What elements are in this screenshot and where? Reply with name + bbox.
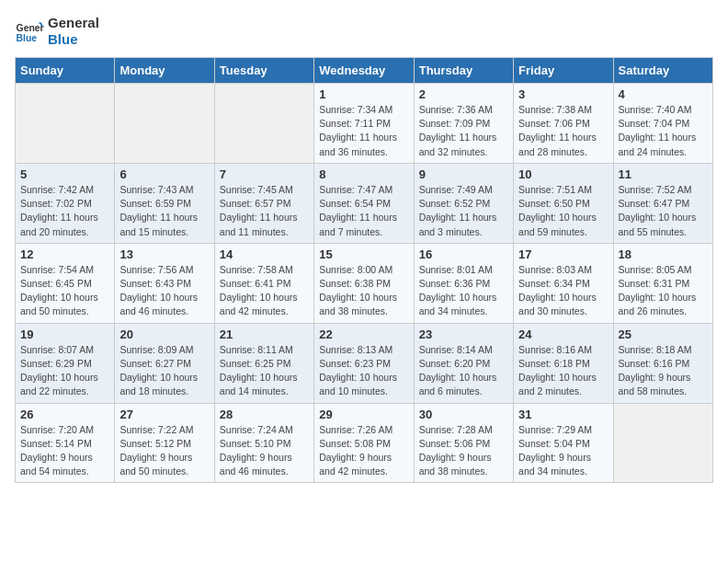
calendar-cell	[16, 84, 115, 164]
day-number: 31	[518, 408, 608, 421]
calendar-cell: 1Sunrise: 7:34 AM Sunset: 7:11 PM Daylig…	[314, 84, 414, 164]
calendar-cell: 29Sunrise: 7:26 AM Sunset: 5:08 PM Dayli…	[314, 403, 414, 483]
calendar-cell: 13Sunrise: 7:56 AM Sunset: 6:43 PM Dayli…	[115, 243, 214, 323]
calendar-cell: 21Sunrise: 8:11 AM Sunset: 6:25 PM Dayli…	[214, 323, 313, 403]
calendar-cell	[115, 84, 214, 164]
calendar-cell: 22Sunrise: 8:13 AM Sunset: 6:23 PM Dayli…	[314, 323, 414, 403]
calendar-cell: 23Sunrise: 8:14 AM Sunset: 6:20 PM Dayli…	[414, 323, 513, 403]
day-number: 13	[119, 247, 209, 261]
day-number: 26	[20, 408, 109, 421]
day-info: Sunrise: 8:13 AM Sunset: 6:23 PM Dayligh…	[319, 343, 408, 399]
calendar-cell: 9Sunrise: 7:49 AM Sunset: 6:52 PM Daylig…	[414, 163, 513, 243]
day-number: 18	[619, 247, 708, 261]
logo: General Blue General Blue	[15, 15, 99, 48]
day-info: Sunrise: 8:07 AM Sunset: 6:29 PM Dayligh…	[20, 343, 109, 399]
day-info: Sunrise: 7:47 AM Sunset: 6:54 PM Dayligh…	[319, 183, 408, 239]
calendar-cell: 8Sunrise: 7:47 AM Sunset: 6:54 PM Daylig…	[314, 163, 414, 243]
day-number: 22	[319, 327, 408, 341]
calendar-cell: 27Sunrise: 7:22 AM Sunset: 5:12 PM Dayli…	[115, 403, 214, 483]
day-number: 28	[220, 408, 309, 421]
logo-blue: Blue	[48, 31, 99, 48]
day-info: Sunrise: 7:56 AM Sunset: 6:43 PM Dayligh…	[119, 263, 209, 319]
weekday-header-row: SundayMondayTuesdayWednesdayThursdayFrid…	[16, 58, 713, 84]
calendar-cell: 4Sunrise: 7:40 AM Sunset: 7:04 PM Daylig…	[613, 84, 712, 164]
calendar-cell: 15Sunrise: 8:00 AM Sunset: 6:38 PM Dayli…	[314, 243, 414, 323]
day-info: Sunrise: 7:43 AM Sunset: 6:59 PM Dayligh…	[119, 183, 209, 239]
day-info: Sunrise: 7:51 AM Sunset: 6:50 PM Dayligh…	[518, 183, 608, 239]
day-info: Sunrise: 7:40 AM Sunset: 7:04 PM Dayligh…	[619, 103, 708, 159]
calendar-cell: 7Sunrise: 7:45 AM Sunset: 6:57 PM Daylig…	[214, 163, 313, 243]
day-number: 16	[419, 247, 508, 261]
calendar-cell: 30Sunrise: 7:28 AM Sunset: 5:06 PM Dayli…	[414, 403, 513, 483]
calendar-cell: 11Sunrise: 7:52 AM Sunset: 6:47 PM Dayli…	[613, 163, 712, 243]
day-info: Sunrise: 8:18 AM Sunset: 6:16 PM Dayligh…	[619, 343, 708, 399]
day-number: 14	[220, 247, 309, 261]
day-number: 23	[419, 327, 508, 341]
weekday-header-sunday: Sunday	[16, 58, 115, 84]
calendar-cell: 6Sunrise: 7:43 AM Sunset: 6:59 PM Daylig…	[115, 163, 214, 243]
calendar-week-5: 26Sunrise: 7:20 AM Sunset: 5:14 PM Dayli…	[16, 403, 713, 483]
day-info: Sunrise: 7:29 AM Sunset: 5:04 PM Dayligh…	[518, 423, 608, 479]
calendar-week-4: 19Sunrise: 8:07 AM Sunset: 6:29 PM Dayli…	[16, 323, 713, 403]
day-number: 15	[319, 247, 408, 261]
day-number: 9	[419, 167, 508, 181]
day-info: Sunrise: 7:28 AM Sunset: 5:06 PM Dayligh…	[419, 423, 508, 479]
day-number: 30	[419, 408, 508, 421]
day-info: Sunrise: 8:09 AM Sunset: 6:27 PM Dayligh…	[119, 343, 209, 399]
day-info: Sunrise: 8:01 AM Sunset: 6:36 PM Dayligh…	[419, 263, 508, 319]
day-info: Sunrise: 7:34 AM Sunset: 7:11 PM Dayligh…	[319, 103, 408, 159]
calendar-cell	[214, 84, 313, 164]
calendar-cell: 12Sunrise: 7:54 AM Sunset: 6:45 PM Dayli…	[16, 243, 115, 323]
day-info: Sunrise: 7:52 AM Sunset: 6:47 PM Dayligh…	[619, 183, 708, 239]
day-info: Sunrise: 7:54 AM Sunset: 6:45 PM Dayligh…	[20, 263, 109, 319]
calendar-table: SundayMondayTuesdayWednesdayThursdayFrid…	[15, 57, 713, 483]
calendar-cell: 24Sunrise: 8:16 AM Sunset: 6:18 PM Dayli…	[514, 323, 613, 403]
day-number: 24	[518, 327, 608, 341]
calendar-week-2: 5Sunrise: 7:42 AM Sunset: 7:02 PM Daylig…	[16, 163, 713, 243]
weekday-header-thursday: Thursday	[414, 58, 513, 84]
day-number: 20	[119, 327, 209, 341]
calendar-cell: 16Sunrise: 8:01 AM Sunset: 6:36 PM Dayli…	[414, 243, 513, 323]
weekday-header-saturday: Saturday	[613, 58, 712, 84]
day-number: 5	[20, 167, 109, 181]
day-number: 6	[119, 167, 209, 181]
day-info: Sunrise: 7:58 AM Sunset: 6:41 PM Dayligh…	[220, 263, 309, 319]
weekday-header-friday: Friday	[514, 58, 613, 84]
day-number: 19	[20, 327, 109, 341]
day-number: 25	[619, 327, 708, 341]
day-info: Sunrise: 7:36 AM Sunset: 7:09 PM Dayligh…	[419, 103, 508, 159]
calendar-week-3: 12Sunrise: 7:54 AM Sunset: 6:45 PM Dayli…	[16, 243, 713, 323]
day-number: 29	[319, 408, 408, 421]
day-info: Sunrise: 8:05 AM Sunset: 6:31 PM Dayligh…	[619, 263, 708, 319]
day-info: Sunrise: 8:16 AM Sunset: 6:18 PM Dayligh…	[518, 343, 608, 399]
calendar-cell: 31Sunrise: 7:29 AM Sunset: 5:04 PM Dayli…	[514, 403, 613, 483]
calendar-cell: 26Sunrise: 7:20 AM Sunset: 5:14 PM Dayli…	[16, 403, 115, 483]
calendar-cell: 3Sunrise: 7:38 AM Sunset: 7:06 PM Daylig…	[514, 84, 613, 164]
day-info: Sunrise: 7:24 AM Sunset: 5:10 PM Dayligh…	[220, 423, 309, 479]
day-number: 1	[319, 87, 408, 101]
weekday-header-tuesday: Tuesday	[214, 58, 313, 84]
day-info: Sunrise: 7:20 AM Sunset: 5:14 PM Dayligh…	[20, 423, 109, 479]
day-info: Sunrise: 7:45 AM Sunset: 6:57 PM Dayligh…	[220, 183, 309, 239]
day-info: Sunrise: 7:38 AM Sunset: 7:06 PM Dayligh…	[518, 103, 608, 159]
calendar-cell: 14Sunrise: 7:58 AM Sunset: 6:41 PM Dayli…	[214, 243, 313, 323]
day-number: 4	[619, 87, 708, 101]
day-number: 27	[119, 408, 209, 421]
weekday-header-wednesday: Wednesday	[314, 58, 414, 84]
calendar-cell: 19Sunrise: 8:07 AM Sunset: 6:29 PM Dayli…	[16, 323, 115, 403]
svg-text:General: General	[17, 23, 44, 33]
day-info: Sunrise: 7:49 AM Sunset: 6:52 PM Dayligh…	[419, 183, 508, 239]
day-info: Sunrise: 8:03 AM Sunset: 6:34 PM Dayligh…	[518, 263, 608, 319]
calendar-week-1: 1Sunrise: 7:34 AM Sunset: 7:11 PM Daylig…	[16, 84, 713, 164]
day-info: Sunrise: 7:22 AM Sunset: 5:12 PM Dayligh…	[119, 423, 209, 479]
calendar-cell: 25Sunrise: 8:18 AM Sunset: 6:16 PM Dayli…	[613, 323, 712, 403]
calendar-cell: 5Sunrise: 7:42 AM Sunset: 7:02 PM Daylig…	[16, 163, 115, 243]
logo-icon: General Blue	[15, 17, 44, 46]
calendar-cell: 10Sunrise: 7:51 AM Sunset: 6:50 PM Dayli…	[514, 163, 613, 243]
day-info: Sunrise: 7:26 AM Sunset: 5:08 PM Dayligh…	[319, 423, 408, 479]
svg-text:Blue: Blue	[17, 33, 38, 43]
day-number: 21	[220, 327, 309, 341]
day-number: 17	[518, 247, 608, 261]
calendar-cell: 2Sunrise: 7:36 AM Sunset: 7:09 PM Daylig…	[414, 84, 513, 164]
calendar-cell: 28Sunrise: 7:24 AM Sunset: 5:10 PM Dayli…	[214, 403, 313, 483]
